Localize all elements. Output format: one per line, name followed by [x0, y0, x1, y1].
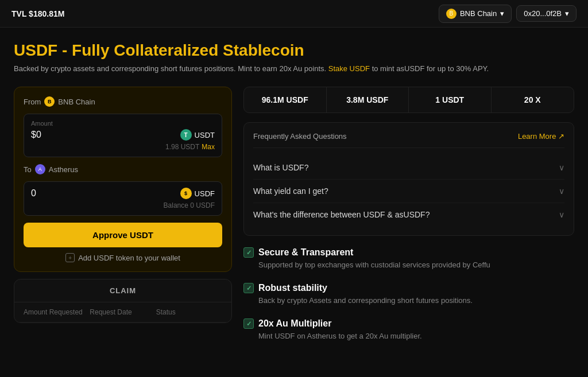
tvl-display: TVL $180.81M: [11, 9, 64, 18]
wallet-chevron-icon: ▾: [565, 9, 569, 18]
title-suffix: - Fully Collateralized Stablecoin: [57, 41, 304, 59]
faq-question-0: What is USDF?: [253, 163, 308, 172]
feature-desc-2: Mint USDF on Astherus to get a 20x Au mu…: [243, 332, 574, 340]
amount-input-box: Amount $0 T USDT 1.98 USDT Max: [24, 114, 222, 157]
page-title: USDF - Fully Collateralized Stablecoin: [14, 41, 574, 60]
feature-title-2: ✓ 20x Au Multiplier: [243, 318, 574, 329]
header-actions: B BNB Chain ▾ 0x20...0f2B ▾: [439, 5, 577, 23]
to-text: To: [24, 165, 32, 174]
title-prefix: USDF: [14, 41, 57, 59]
check-icon-1: ✓: [243, 283, 254, 293]
usdf-token-name: USDF: [195, 189, 215, 198]
wallet-add-icon: +: [65, 253, 75, 262]
from-label: From B BNB Chain: [24, 96, 222, 107]
astherus-icon: A: [35, 164, 45, 174]
main-content: USDF - Fully Collateralized Stablecoin B…: [0, 28, 588, 352]
faq-item-2[interactable]: What's the difference between USDF & asU…: [253, 203, 564, 226]
to-label: To A Astherus: [24, 164, 222, 174]
amount-label: Amount: [31, 120, 215, 127]
faq-question-1: What yield can I get?: [253, 186, 328, 196]
usdf-icon: $: [180, 188, 192, 199]
tvl-value: $180.81M: [29, 9, 64, 18]
wallet-address: 0x20...0f2B: [524, 9, 562, 18]
faq-card: Frequently Asked Questions Learn More ↗ …: [243, 122, 574, 236]
stat-item-2: 1 USDT: [409, 87, 492, 112]
app-header: TVL $180.81M B BNB Chain ▾ 0x20...0f2B ▾: [0, 0, 588, 28]
stat-value-0: 96.1M USDF: [262, 95, 308, 104]
claim-col3: Status: [156, 308, 222, 316]
check-icon-0: ✓: [243, 247, 254, 258]
claim-table-header: Amount Requested Request Date Status: [14, 302, 231, 322]
left-column: From B BNB Chain Amount $0 T USDT: [14, 87, 232, 323]
from-chain-name: BNB Chain: [58, 98, 95, 106]
faq-header: Frequently Asked Questions Learn More ↗: [253, 132, 564, 148]
usdf-balance-value: 0 USDF: [190, 201, 215, 209]
feature-desc-1: Back by crypto Assets and corresponding …: [243, 296, 574, 305]
amount-value[interactable]: $0: [31, 130, 41, 140]
tvl-label: TVL: [11, 9, 26, 18]
to-chain-name: Astherus: [49, 165, 78, 174]
stat-value-2: 1 USDT: [435, 95, 464, 104]
claim-col2: Request Date: [90, 308, 156, 316]
feature-desc-0: Supported by top exchanges with custodia…: [243, 261, 574, 269]
faq-chevron-1: ∨: [559, 186, 564, 196]
max-button[interactable]: Max: [202, 143, 215, 151]
wallet-address-btn[interactable]: 0x20...0f2B ▾: [516, 5, 577, 22]
output-input-row: 0 $ USDF: [31, 188, 215, 199]
usdt-balance-value: 1.98 USDT: [165, 143, 199, 151]
amount-input-row: $0 T USDT: [31, 129, 215, 141]
chain-chevron-icon: ▾: [500, 9, 504, 18]
two-column-layout: From B BNB Chain Amount $0 T USDT: [14, 87, 574, 343]
chain-selector[interactable]: B BNB Chain ▾: [439, 5, 512, 23]
stats-row: 96.1M USDF 3.8M USDF 1 USDT 20 X: [243, 87, 574, 113]
subtitle-suffix: to mint asUSDF for up to 30% APY.: [372, 64, 489, 73]
faq-learn-more-link[interactable]: Learn More ↗: [518, 132, 564, 141]
faq-item-1[interactable]: What yield can I get? ∨: [253, 180, 564, 203]
usdt-icon: T: [180, 129, 192, 141]
right-column: 96.1M USDF 3.8M USDF 1 USDT 20 X Frequen…: [243, 87, 574, 343]
page-subtitle: Backed by crypto assets and correspondin…: [14, 64, 574, 73]
faq-question-2: What's the difference between USDF & asU…: [253, 210, 430, 219]
approve-usdt-button[interactable]: Approve USDT: [24, 223, 222, 247]
usdt-balance-row: 1.98 USDT Max: [31, 143, 215, 151]
balance-label: Balance: [164, 201, 188, 209]
add-token-row[interactable]: + Add USDF token to your wallet: [24, 253, 222, 262]
stat-item-0: 96.1M USDF: [244, 87, 327, 112]
stat-value-1: 3.8M USDF: [346, 95, 388, 104]
feature-title-text-1: Robust stability: [258, 283, 327, 293]
add-token-text: Add USDF token to your wallet: [78, 254, 180, 262]
mint-card: From B BNB Chain Amount $0 T USDT: [14, 87, 232, 272]
claim-card: CLAIM Amount Requested Request Date Stat…: [14, 279, 232, 323]
faq-chevron-2: ∨: [559, 210, 564, 219]
claim-col1: Amount Requested: [24, 308, 90, 316]
stake-usdf-link[interactable]: Stake USDF: [328, 64, 370, 73]
feature-title-1: ✓ Robust stability: [243, 283, 574, 293]
claim-header: CLAIM: [14, 279, 231, 302]
faq-section-title: Frequently Asked Questions: [253, 132, 347, 141]
bnb-chain-icon: B: [446, 9, 457, 19]
feature-item-1: ✓ Robust stability Back by crypto Assets…: [243, 281, 574, 307]
feature-section: ✓ Secure & Transparent Supported by top …: [243, 245, 574, 343]
stat-item-1: 3.8M USDF: [327, 87, 409, 112]
feature-item-2: ✓ 20x Au Multiplier Mint USDF on Astheru…: [243, 316, 574, 343]
output-input-box: 0 $ USDF Balance 0 USDF: [24, 181, 222, 216]
faq-chevron-0: ∨: [559, 163, 564, 172]
chain-name: BNB Chain: [460, 9, 497, 18]
output-value[interactable]: 0: [31, 188, 36, 199]
from-text: From: [24, 98, 41, 106]
usdf-balance-row: Balance 0 USDF: [31, 201, 215, 209]
bnb-icon: B: [44, 96, 55, 107]
feature-title-text-0: Secure & Transparent: [258, 247, 353, 258]
feature-item-0: ✓ Secure & Transparent Supported by top …: [243, 245, 574, 271]
usdt-token-badge: T USDT: [180, 129, 215, 141]
subtitle-text: Backed by crypto assets and correspondin…: [14, 64, 326, 73]
feature-title-text-2: 20x Au Multiplier: [258, 318, 331, 329]
usdf-token-badge: $ USDF: [180, 188, 215, 199]
feature-title-0: ✓ Secure & Transparent: [243, 247, 574, 258]
check-icon-2: ✓: [243, 318, 254, 329]
usdt-token-name: USDT: [195, 131, 215, 139]
stat-item-3: 20 X: [492, 87, 574, 112]
faq-item-0[interactable]: What is USDF? ∨: [253, 156, 564, 180]
stat-value-3: 20 X: [524, 95, 541, 104]
